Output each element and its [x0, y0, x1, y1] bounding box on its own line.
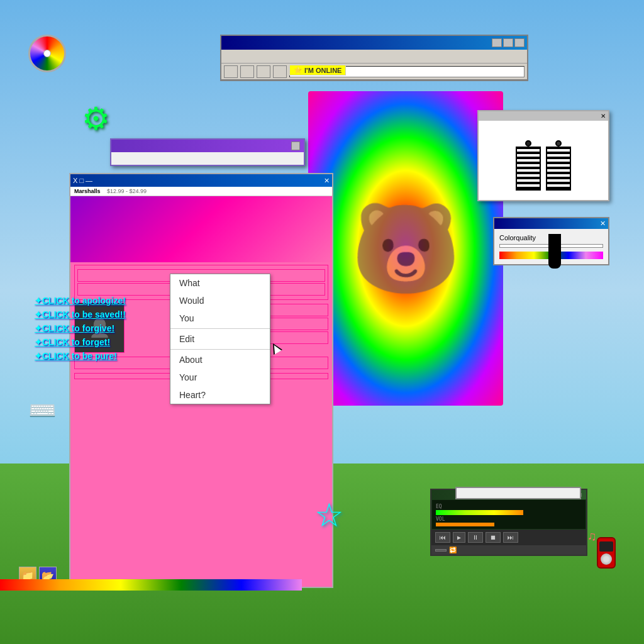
browser-minimize-btn[interactable]: [492, 38, 502, 47]
winamp-shuffle-btn[interactable]: [435, 549, 447, 552]
yahoo-body: [111, 152, 304, 165]
cd-icon: [28, 35, 79, 72]
menu-item-your[interactable]: Your: [170, 369, 270, 386]
browser-titlebar: [221, 36, 527, 50]
online-text: I'M ONLINE: [304, 67, 341, 74]
yahoo-messenger-popup: [110, 138, 305, 166]
click-saved[interactable]: ✦CLICK to be saved!!: [35, 309, 126, 319]
trippy-background: 🐻: [308, 91, 503, 406]
myspace-titlebar: X □ — ✕: [70, 174, 332, 187]
winamp-vol-container: VOL: [436, 516, 582, 526]
forward-btn[interactable]: [240, 65, 254, 78]
keyboard-icon: ⌨️: [28, 397, 57, 424]
im-online-status: ⭐ I'M ONLINE: [289, 65, 346, 75]
menu-item-edit[interactable]: Edit: [170, 330, 270, 348]
browser-window: [220, 35, 528, 81]
omg-popup: ✕: [477, 110, 609, 201]
click-apologize[interactable]: ✦CLICK to apologize!: [35, 296, 126, 306]
music-note-2: ♫: [587, 529, 597, 543]
winamp-repeat-icon: 🔁: [449, 547, 457, 553]
emotion-header: [70, 187, 332, 262]
omg-bottom-text: [482, 194, 604, 196]
friends-bar: [221, 50, 527, 64]
winamp-control-buttons: ⏮ ▶ ⏸ ⏹ ⏭: [431, 530, 586, 545]
yahoo-close-btn[interactable]: [291, 142, 300, 150]
winamp-stop-btn[interactable]: ⏹: [486, 532, 501, 543]
myspace-window-close[interactable]: ✕: [324, 177, 330, 185]
yahoo-titlebar: [111, 140, 304, 152]
menu-item-you[interactable]: You: [170, 309, 270, 327]
colorquality-close-icon[interactable]: ✕: [600, 219, 606, 228]
menu-item-what[interactable]: What: [170, 274, 270, 292]
winamp-eq-bar: [436, 510, 523, 515]
home-btn[interactable]: [257, 65, 270, 78]
emo-girl-hair: [548, 234, 561, 269]
winamp-vol-label: VOL: [436, 516, 582, 522]
browser-toolbar: [221, 64, 527, 80]
winamp-shuffle-row: 🔁: [431, 545, 586, 555]
winamp-next-btn[interactable]: ⏭: [503, 532, 518, 543]
menu-item-would[interactable]: Would: [170, 292, 270, 309]
back-btn[interactable]: [224, 65, 238, 78]
diagnosed-popup: [455, 487, 581, 499]
browser-maximize-btn[interactable]: [503, 38, 513, 47]
emo-girl: [546, 128, 571, 191]
emo-girl-head: [555, 140, 562, 147]
star-icon: ⭐: [294, 66, 303, 74]
gear-icon: ⚙: [82, 101, 110, 137]
browser-close-btn[interactable]: [514, 38, 525, 47]
emo-boy-body: [516, 147, 541, 191]
omg-titlebar: ✕: [479, 111, 608, 121]
ipod-icon: [597, 537, 616, 569]
emo-boy-head: [525, 140, 531, 147]
menu-separator2: [170, 349, 270, 350]
menu-item-heart[interactable]: Heart?: [170, 386, 270, 404]
winamp-display: EQ VOL: [431, 499, 586, 530]
winamp-play-btn[interactable]: ▶: [453, 532, 465, 543]
click-forgive[interactable]: ✦CLICK to forgive!: [35, 323, 126, 333]
colorquality-titlebar: ✕: [494, 218, 608, 229]
winamp-pause-btn[interactable]: ⏸: [468, 532, 483, 543]
marshalls-price: $12.99 - $24.99: [107, 188, 147, 194]
omg-body: [479, 121, 608, 200]
omg-image-area: [482, 125, 604, 194]
browser-controls: [492, 38, 525, 47]
rainbow-bar: [0, 579, 302, 591]
omg-close-icon[interactable]: ✕: [601, 113, 606, 119]
winamp-eq-label: EQ: [436, 504, 582, 509]
winamp-prev-btn[interactable]: ⏮: [435, 532, 450, 543]
trippy-bear: 🐻: [351, 197, 461, 301]
refresh-btn[interactable]: [273, 65, 287, 78]
winamp-eq-bar-container: EQ: [436, 504, 582, 515]
menu-separator: [170, 328, 270, 329]
ipod-wheel: [601, 553, 612, 565]
star-icon: ☆: [314, 496, 344, 534]
myspace-window-title: X □ —: [73, 177, 92, 184]
emo-boy: [516, 128, 541, 191]
click-links: ✦CLICK to apologize! ✦CLICK to be saved!…: [35, 296, 126, 361]
emo-girl-body: [546, 147, 571, 191]
menu-item-about[interactable]: About: [170, 351, 270, 369]
winamp-vol-bar: [436, 523, 494, 526]
context-menu: What Would You Edit About Your Heart?: [170, 274, 270, 404]
ipod-screen: [599, 541, 613, 552]
marshalls-ad: Marshalls $12.99 - $24.99: [70, 187, 332, 196]
click-forget[interactable]: ✦CLICK to forget!: [35, 337, 126, 347]
click-pure[interactable]: ✦CLICK to be pure!: [35, 351, 126, 361]
marshalls-label: Marshalls: [74, 188, 101, 194]
